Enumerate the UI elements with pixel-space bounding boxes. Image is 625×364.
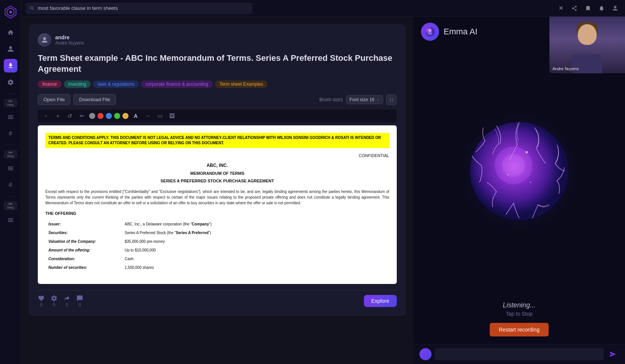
sidebar-users[interactable] (4, 42, 17, 56)
camera-feed: Andre Nuyens (549, 17, 625, 73)
svg-point-6 (429, 29, 432, 32)
search-icon (29, 6, 35, 11)
chevron-down-icon (376, 98, 380, 102)
search-input[interactable] (38, 5, 249, 11)
sidebar-settings[interactable] (4, 76, 17, 89)
settings-icon (51, 295, 57, 302)
comment-icon (76, 295, 83, 302)
sidebar-list-3[interactable] (4, 213, 17, 227)
share-action[interactable]: 0 (63, 295, 70, 307)
heart-count: 0 (40, 302, 42, 307)
tag-finance[interactable]: finance (38, 80, 62, 88)
offering-amount-label: Amount of the offering: (46, 246, 122, 254)
text-tool[interactable]: A (131, 111, 141, 121)
tap-to-stop-text[interactable]: Tap to Stop (419, 311, 619, 317)
color-blue[interactable] (106, 113, 112, 119)
sidebar-download[interactable] (4, 59, 17, 72)
tag-investing[interactable]: investing (64, 80, 91, 88)
author-info: andre Andre Nuyens (55, 34, 84, 46)
color-gray[interactable] (89, 113, 95, 119)
avatar (38, 33, 51, 47)
orb-container[interactable] (413, 47, 625, 295)
settings-count: 0 (53, 302, 55, 307)
restart-recording-button[interactable]: Restart recording (490, 323, 548, 336)
sidebar-badge-2[interactable]: dieDieg (4, 150, 17, 159)
share-topbar-icon[interactable] (569, 3, 580, 14)
topbar: ✕ (21, 0, 625, 17)
doc-offering-title: THE OFFERING (45, 210, 389, 217)
offering-securities-num-label: Number of securities: (46, 264, 122, 271)
pencil-tool[interactable]: ✏ (77, 111, 87, 121)
brush-size-label: Brush size1 (319, 97, 343, 102)
tag-termsheet[interactable]: Term sheet Examples (215, 80, 268, 88)
camera-name-label: Andre Nuyens (552, 66, 579, 71)
reset-tool[interactable]: ↺ (65, 111, 75, 121)
orb-svg (455, 107, 583, 235)
send-button[interactable] (607, 348, 619, 360)
doc-paragraph: Except with respect to the provisions en… (45, 189, 389, 206)
color-red[interactable] (97, 113, 104, 119)
svg-point-3 (614, 6, 617, 8)
doc-memo-title: MEMORANDUM OF TERMS (45, 170, 389, 177)
sidebar-divider-1 (5, 94, 16, 94)
camera-video (549, 17, 625, 73)
sidebar-badge-1[interactable]: dieDieg (4, 99, 17, 107)
author-name: andre (55, 34, 84, 40)
offering-amount-value: Up to $10,000,000 (122, 246, 388, 254)
heart-action[interactable]: 0 (38, 295, 45, 307)
comment-action[interactable]: 0 (76, 295, 83, 307)
heart-icon (38, 295, 45, 302)
svg-point-14 (530, 182, 531, 183)
offering-valuation-value: $35,000,000 pre-money (122, 238, 388, 245)
svg-point-13 (507, 174, 509, 176)
doc-agreement-title: SERIES A PREFERRED STOCK PURCHASE AGREEM… (45, 178, 389, 184)
tag-laws[interactable]: laws & regulations (93, 80, 139, 88)
bell-icon[interactable] (596, 3, 607, 14)
offering-securities-value: Series A Preferred Stock (the "Series A … (122, 229, 388, 237)
emma-text-input[interactable] (435, 348, 604, 360)
svg-point-12 (526, 151, 528, 153)
expand-button[interactable] (386, 94, 397, 105)
close-icon[interactable]: ✕ (555, 3, 566, 14)
sidebar-home[interactable] (4, 26, 17, 39)
drawing-toolbar: − + ↺ ✏ A → ▭ 🖼 (38, 110, 397, 122)
table-row: Consideration: Cash (46, 255, 388, 263)
sidebar-badge-3[interactable]: dieDieg (4, 201, 17, 210)
image-tool[interactable]: 🖼 (167, 111, 177, 121)
app-logo[interactable] (3, 5, 18, 20)
listening-status: Listening... Tap to Stop (413, 295, 625, 323)
plus-tool[interactable]: + (53, 111, 63, 121)
share-count: 0 (66, 302, 68, 307)
color-yellow[interactable] (122, 113, 128, 119)
emma-orb (455, 107, 583, 235)
doc-toolbar: Open File Download File Brush size1 Font… (38, 94, 397, 105)
download-file-button[interactable]: Download File (73, 94, 116, 105)
bookmark-icon[interactable] (583, 3, 593, 14)
sidebar-list-1[interactable] (4, 110, 17, 124)
tag-corporate[interactable]: corporate finance & accounting (141, 80, 212, 88)
explore-button[interactable]: Explore (364, 295, 397, 307)
font-size-selector[interactable]: Font size 16 (346, 95, 383, 104)
doc-actions: 0 0 0 0 Explore (38, 290, 397, 307)
content-area: andre Andre Nuyens Term Sheet example - … (21, 17, 625, 364)
sidebar-list-2[interactable] (4, 162, 17, 175)
color-green[interactable] (114, 113, 120, 119)
doc-viewer: TERMS AND CONDITIONS APPLY. THIS DOCUMEN… (38, 125, 397, 284)
font-size-label: Font size (350, 97, 368, 102)
open-file-button[interactable]: Open File (38, 94, 70, 105)
send-icon (610, 351, 616, 358)
svg-point-11 (502, 154, 525, 177)
rect-tool[interactable]: ▭ (155, 111, 165, 121)
emma-input-row (413, 344, 625, 364)
user-icon[interactable] (610, 3, 620, 14)
svg-point-7 (428, 32, 432, 35)
arrow-tool[interactable]: → (143, 111, 153, 121)
search-bar[interactable] (26, 3, 252, 14)
settings-action[interactable]: 0 (51, 295, 57, 307)
doc-warning: TERMS AND CONDITIONS APPLY. THIS DOCUMEN… (45, 133, 389, 148)
sidebar-hash-1[interactable]: # (4, 127, 17, 140)
sidebar-divider-3 (5, 196, 16, 197)
svg-point-4 (43, 37, 46, 40)
minus-tool[interactable]: − (41, 111, 51, 121)
sidebar-hash-2[interactable]: # (4, 178, 17, 192)
